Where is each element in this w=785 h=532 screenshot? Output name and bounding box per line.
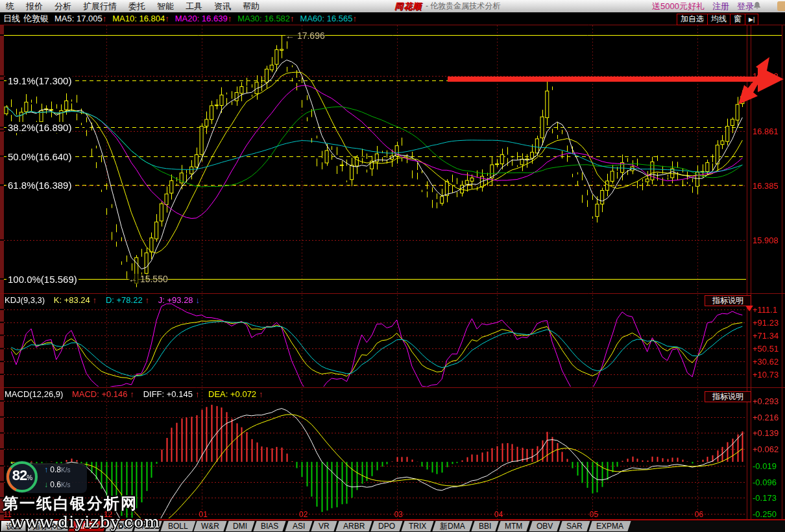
menu-item-4[interactable]: 委托 <box>123 1 151 12</box>
tab-w&r[interactable]: W&R <box>194 521 227 531</box>
ma-text: MA60: 16.565 <box>300 14 353 23</box>
login-link[interactable]: 登录 <box>737 1 754 12</box>
macd-indicator-help-button[interactable]: 指标说明 <box>705 391 751 402</box>
corner-notification-icon[interactable] <box>777 1 785 11</box>
tab-label: OBV <box>537 521 553 531</box>
toolbar-button-2[interactable]: 窗 <box>730 14 745 25</box>
tab-label: BOLL <box>168 521 188 531</box>
tab-mtm[interactable]: MTM <box>498 521 531 531</box>
tab-vr[interactable]: VR <box>311 521 337 531</box>
ma-value-4: MA60: 16.565↑ <box>300 14 357 23</box>
tab-obv[interactable]: OBV <box>529 521 561 531</box>
panel-button-settings[interactable]: 设置 <box>1 521 26 531</box>
tab-label: VR <box>319 521 330 531</box>
menu-item-2[interactable]: 分析 <box>49 1 77 12</box>
ma-text: MA30: 16.582 <box>237 14 290 23</box>
ma-trend-arrow-icon: ↑ <box>165 14 169 23</box>
menu-item-8[interactable]: 帮助 <box>237 1 265 12</box>
tab-label: BIAS <box>261 521 278 531</box>
menu-item-3[interactable]: 扩展行情 <box>77 1 123 12</box>
promo-link[interactable]: 送5000元好礼 <box>652 1 705 12</box>
progress-percent: 82% <box>4 467 40 484</box>
tab-新dma[interactable]: 新DMA <box>433 521 473 531</box>
tab-label: TRIX <box>409 521 426 531</box>
period-label[interactable]: 日线 <box>3 13 20 25</box>
tab-sar[interactable]: SAR <box>559 521 590 531</box>
tab-arbr[interactable]: ARBR <box>335 521 372 531</box>
ma-value-3: MA30: 16.582↑ <box>237 14 294 23</box>
tab-label: MACD <box>76 521 99 531</box>
window-title: - 伦敦贵金属技术分析 <box>426 1 500 12</box>
ma-trend-arrow-icon: ↑ <box>103 14 107 23</box>
tab-label: BBI <box>479 521 491 531</box>
indicator-tabbar: 设置指标平台MACDKDJRSIBOLLW&RDMIBIASASIVRARBRD… <box>0 520 785 532</box>
chart-buttons: 加自选均线窗▶| <box>677 14 758 25</box>
bell-icon[interactable] <box>753 1 762 12</box>
tab-kdj[interactable]: KDJ <box>105 521 135 531</box>
ma-trend-arrow-icon: ↑ <box>353 14 357 23</box>
tab-dpo[interactable]: DPO <box>370 521 402 531</box>
ma-text: MA5: 17.005 <box>54 14 103 23</box>
tab-macd[interactable]: MACD <box>68 521 106 531</box>
tab-label: W&R <box>201 521 219 531</box>
tab-bbi[interactable]: BBI <box>472 521 500 531</box>
ma-readout: MA5: 17.005↑MA10: 16.804↑MA20: 16.639↑MA… <box>49 14 357 23</box>
tab-expma[interactable]: EXPMA <box>588 521 631 531</box>
tab-dmi[interactable]: DMI <box>226 521 255 531</box>
ma-value-0: MA5: 17.005↑ <box>54 14 106 23</box>
tab-rsi[interactable]: RSI <box>134 521 162 531</box>
tab-label: ARBR <box>343 521 365 531</box>
toolbar-button-1[interactable]: 均线 <box>707 14 731 25</box>
menu-item-6[interactable]: 工具 <box>180 1 208 12</box>
tab-label: EXPMA <box>596 521 623 531</box>
ma-text: MA10: 16.804 <box>112 14 165 23</box>
tab-boll[interactable]: BOLL <box>160 521 195 531</box>
menu-item-7[interactable]: 资讯 <box>208 1 237 12</box>
tab-label: ASI <box>293 521 305 531</box>
menu-item-1[interactable]: 报价 <box>20 1 49 12</box>
collapse-right-icon[interactable]: ▶| <box>745 14 758 25</box>
tab-bias[interactable]: BIAS <box>254 521 287 531</box>
register-link[interactable]: 注册 <box>712 1 729 12</box>
tab-label: RSI <box>141 521 154 531</box>
price-chart-canvas[interactable] <box>0 0 785 532</box>
ma-text: MA20: 16.639 <box>175 14 228 23</box>
tab-trix[interactable]: TRIX <box>402 521 435 531</box>
menu-item-0[interactable]: 统 <box>0 1 20 12</box>
logo-wrap: 同花顺 - 伦敦贵金属技术分析 <box>394 0 500 12</box>
ma-trend-arrow-icon: ↑ <box>228 14 232 23</box>
tab-label: 新DMA <box>440 521 465 531</box>
toolbar-button-0[interactable]: 加自选 <box>677 14 708 25</box>
menu-items: 统报价分析扩展行情委托智能工具资讯帮助 <box>0 1 265 12</box>
ma-trend-arrow-icon: ↑ <box>290 14 295 23</box>
ma-value-1: MA10: 16.804↑ <box>112 14 169 23</box>
top-links: 送5000元好礼 注册 登录 <box>652 0 754 12</box>
tab-label: SAR <box>566 521 583 531</box>
app-logo: 同花顺 <box>394 1 422 12</box>
speed-widget[interactable]: 82% ↑ 0.8K/s ↓ 0.6K/s <box>4 458 88 496</box>
upload-speed: ↑ 0.8K/s <box>44 465 70 474</box>
download-speed: ↓ 0.6K/s <box>44 480 70 489</box>
tab-asi[interactable]: ASI <box>285 521 313 531</box>
menubar: 统报价分析扩展行情委托智能工具资讯帮助 同花顺 - 伦敦贵金属技术分析 送500… <box>0 0 785 13</box>
tab-label: DPO <box>378 521 395 531</box>
kdj-indicator-help-button[interactable]: 指标说明 <box>705 295 751 306</box>
tab-label: KDJ <box>113 521 128 531</box>
tab-label: MTM <box>505 521 522 531</box>
symbol-label: 伦敦银 <box>23 13 49 25</box>
menu-item-5[interactable]: 智能 <box>151 1 180 12</box>
ma-value-2: MA20: 16.639↑ <box>175 14 232 23</box>
panel-button-indicator-platform[interactable]: 指标平台 <box>28 521 68 531</box>
chart-toolbar: 日线 伦敦银 MA5: 17.005↑MA10: 16.804↑MA20: 16… <box>0 12 785 25</box>
up-arrow-icon: ↑ <box>44 465 48 474</box>
down-arrow-icon: ↓ <box>44 480 48 489</box>
tab-label: DMI <box>233 521 247 531</box>
